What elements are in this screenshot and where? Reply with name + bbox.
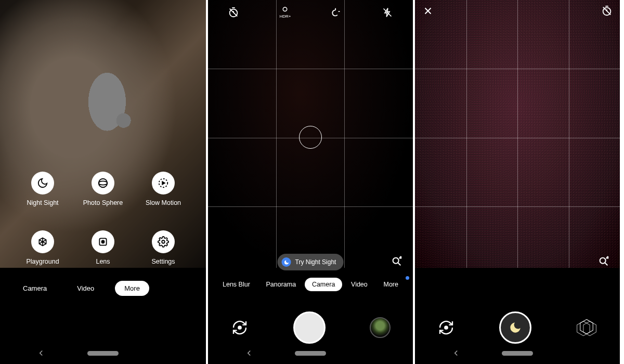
- switch-camera-button[interactable]: [437, 318, 456, 337]
- photosphere-thumbnail[interactable]: [575, 316, 598, 339]
- mode-video[interactable]: Video: [68, 281, 103, 296]
- zoom-button[interactable]: [390, 255, 404, 268]
- more-item-label: Playground: [26, 258, 59, 265]
- camera-viewfinder-screen: HDR+ Try Night Sight Lens Blur Panorama …: [208, 0, 415, 364]
- system-navbar: [0, 342, 206, 364]
- viewfinder-night[interactable]: [415, 0, 620, 268]
- hdr-label: HDR+: [279, 14, 291, 19]
- zoom-button[interactable]: [597, 255, 610, 268]
- more-playground[interactable]: Playground: [12, 230, 73, 265]
- home-pill[interactable]: [87, 351, 119, 356]
- svg-point-7: [283, 7, 288, 11]
- white-balance-button[interactable]: [331, 7, 342, 18]
- more-item-label: Settings: [151, 258, 175, 265]
- more-slow-motion[interactable]: Slow Motion: [133, 172, 193, 206]
- more-item-label: Slow Motion: [146, 199, 181, 206]
- moon-icon: [31, 172, 54, 194]
- home-pill[interactable]: [295, 351, 326, 356]
- system-navbar: [415, 342, 620, 364]
- back-button[interactable]: [451, 348, 461, 358]
- svg-point-4: [102, 241, 105, 243]
- mode-selector: Lens Blur Panorama Camera Video More: [208, 278, 413, 291]
- svg-point-0: [99, 179, 108, 188]
- close-button[interactable]: [422, 5, 434, 17]
- switch-camera-button[interactable]: [230, 318, 249, 337]
- timer-off-button[interactable]: [228, 7, 239, 18]
- mode-more[interactable]: More: [376, 278, 405, 291]
- night-sight-screen: [415, 0, 622, 364]
- svg-point-9: [238, 326, 241, 329]
- playground-icon: [31, 230, 54, 253]
- home-pill[interactable]: [502, 351, 533, 356]
- chip-label: Try Night Sight: [295, 258, 336, 266]
- quick-settings: HDR+: [208, 4, 413, 21]
- more-item-label: Photo Sphere: [83, 199, 123, 206]
- svg-point-1: [99, 181, 108, 185]
- sphere-icon: [92, 172, 114, 194]
- moon-icon: [282, 257, 291, 267]
- gallery-thumbnail[interactable]: [370, 317, 391, 338]
- mode-lens-blur[interactable]: Lens Blur: [215, 278, 257, 291]
- viewfinder[interactable]: [208, 0, 413, 268]
- mode-more[interactable]: More: [115, 281, 149, 296]
- more-options-grid: Night Sight Photo Sphere Slow Motion Pla…: [0, 172, 206, 265]
- back-button[interactable]: [36, 348, 46, 358]
- hdr-button[interactable]: HDR+: [279, 7, 291, 19]
- more-photo-sphere[interactable]: Photo Sphere: [73, 172, 133, 206]
- mode-video[interactable]: Video: [344, 278, 375, 291]
- svg-point-11: [600, 258, 606, 264]
- timer-off-button[interactable]: [601, 5, 613, 17]
- more-lens[interactable]: Lens: [73, 230, 133, 265]
- mode-camera[interactable]: Camera: [305, 278, 342, 291]
- lens-icon: [92, 230, 114, 253]
- night-sight-chip[interactable]: Try Night Sight: [278, 254, 344, 270]
- mode-camera[interactable]: Camera: [14, 281, 56, 296]
- rule-of-thirds-grid: [415, 0, 620, 268]
- back-button[interactable]: [244, 348, 254, 358]
- slowmo-icon: [152, 172, 175, 194]
- mode-selector: Camera Video More: [0, 276, 206, 301]
- flash-off-button[interactable]: [382, 7, 393, 18]
- shutter-button[interactable]: [293, 311, 326, 344]
- focus-ring[interactable]: [299, 126, 322, 149]
- more-settings[interactable]: Settings: [133, 230, 193, 265]
- more-item-label: Night Sight: [27, 199, 58, 206]
- svg-point-8: [393, 258, 399, 264]
- svg-point-12: [445, 326, 447, 329]
- gear-icon: [152, 230, 175, 253]
- svg-point-5: [162, 240, 165, 243]
- more-night-sight[interactable]: Night Sight: [12, 172, 73, 206]
- camera-more-screen: Night Sight Photo Sphere Slow Motion Pla…: [0, 0, 208, 364]
- system-navbar: [208, 342, 413, 364]
- more-item-label: Lens: [96, 258, 110, 265]
- mode-panorama[interactable]: Panorama: [259, 278, 304, 291]
- shutter-button-night[interactable]: [499, 311, 531, 344]
